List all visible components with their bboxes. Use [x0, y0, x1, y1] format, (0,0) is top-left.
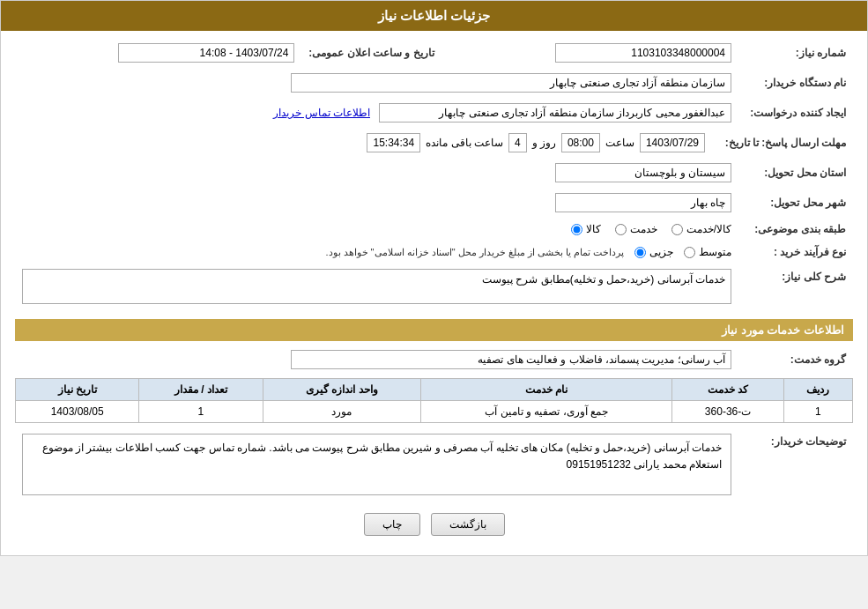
- radio-motavasset-label: متوسط: [699, 246, 731, 258]
- buyer-notes-label: توضیحات خریدار:: [738, 430, 853, 499]
- table-row: 1ت-36-360جمع آوری، تصفیه و تامین آبمورد1…: [16, 401, 853, 423]
- deadline-remaining: 15:34:34: [367, 133, 420, 152]
- page-header: جزئیات اطلاعات نیاز: [1, 1, 867, 31]
- row-province: استان محل تحویل: سیستان و بلوچستان: [15, 160, 853, 186]
- radio-khedmat-label: خدمت: [630, 223, 657, 235]
- main-container: جزئیات اطلاعات نیاز شماره نیاز: 11031033…: [0, 0, 868, 556]
- table-cell: جمع آوری، تصفیه و تامین آب: [421, 401, 672, 423]
- row-description: شرح کلی نیاز:: [15, 265, 853, 310]
- creator-value: عبدالغفور محیی کاربرداز سازمان منطقه آزا…: [379, 103, 731, 123]
- page-title: جزئیات اطلاعات نیاز: [378, 8, 490, 23]
- province-value: سیستان و بلوچستان: [555, 163, 731, 182]
- table-cell: 1403/08/05: [16, 401, 139, 423]
- table-cell: 1: [139, 401, 263, 423]
- table-cell: مورد: [263, 401, 421, 423]
- org-label: نام دستگاه خریدار:: [738, 70, 853, 96]
- col-date: تاریخ نیاز: [16, 379, 139, 401]
- province-label: استان محل تحویل:: [738, 160, 853, 186]
- back-button[interactable]: بازگشت: [431, 513, 505, 536]
- row-need-number: شماره نیاز: 1103103348000004 تاریخ و ساع…: [15, 40, 853, 66]
- col-service-code: کد خدمت: [672, 379, 783, 401]
- print-button[interactable]: چاپ: [364, 513, 420, 536]
- radio-jozii-label: جزیی: [649, 246, 673, 258]
- category-label: طبقه بندی موضوعی:: [738, 219, 853, 239]
- row-service-group: گروه خدمت: آب رسانی؛ مدیریت پسماند، فاضل…: [15, 346, 853, 373]
- radio-jozii[interactable]: جزیی: [634, 246, 673, 258]
- row-deadline: مهلت ارسال پاسخ: تا تاریخ: 1403/07/29 سا…: [15, 130, 853, 156]
- radio-kala-khedmat-label: کالا/خدمت: [686, 223, 731, 235]
- col-unit: واحد اندازه گیری: [263, 379, 421, 401]
- service-group-value: آب رسانی؛ مدیریت پسماند، فاضلاب و فعالیت…: [291, 350, 731, 369]
- service-group-label: گروه خدمت:: [738, 346, 853, 373]
- radio-khedmat[interactable]: خدمت: [615, 223, 657, 235]
- col-row-num: ردیف: [783, 379, 852, 401]
- date-value: 1403/07/24 - 14:08: [118, 43, 294, 63]
- org-value: سازمان منطقه آزاد تجاری صنعتی چابهار: [291, 73, 731, 93]
- description-label: شرح کلی نیاز:: [738, 265, 853, 310]
- radio-kala-khedmat-input[interactable]: [671, 224, 683, 235]
- action-buttons: بازگشت چاپ: [15, 502, 853, 546]
- radio-kala[interactable]: کالا: [571, 223, 601, 235]
- radio-motavasset[interactable]: متوسط: [684, 246, 731, 258]
- table-cell: 1: [783, 401, 852, 423]
- radio-khedmat-input[interactable]: [615, 224, 627, 235]
- row-org: نام دستگاه خریدار: سازمان منطقه آزاد تجا…: [15, 70, 853, 96]
- row-buyer-notes: توضیحات خریدار: خدمات آبرسانی (خرید،حمل …: [15, 430, 853, 499]
- need-number-label: شماره نیاز:: [738, 40, 853, 66]
- city-value: چاه بهار: [555, 193, 731, 212]
- services-table: ردیف کد خدمت نام خدمت واحد اندازه گیری ت…: [15, 378, 853, 423]
- row-creator: ایجاد کننده درخواست: عبدالغفور محیی کارب…: [15, 100, 853, 126]
- row-category: طبقه بندی موضوعی: کالا/خدمت خدمت کالا: [15, 219, 853, 239]
- deadline-remaining-label: ساعت باقی مانده: [426, 137, 503, 149]
- col-service-name: نام خدمت: [421, 379, 672, 401]
- table-cell: ت-36-360: [672, 401, 783, 423]
- deadline-time: 08:00: [561, 133, 600, 152]
- radio-kala-input[interactable]: [571, 224, 582, 235]
- content-area: شماره نیاز: 1103103348000004 تاریخ و ساع…: [1, 31, 867, 555]
- deadline-days: 4: [508, 133, 527, 152]
- process-note: پرداخت تمام یا بخشی از مبلغ خریدار محل "…: [325, 247, 624, 258]
- date-label: تاریخ و ساعت اعلان عمومی:: [301, 40, 451, 66]
- radio-motavasset-input[interactable]: [684, 247, 695, 258]
- contact-link[interactable]: اطلاعات تماس خریدار: [273, 107, 370, 119]
- row-process: نوع فرآیند خرید : متوسط جزیی پرداخت تمام…: [15, 242, 853, 262]
- services-section-title: اطلاعات خدمات مورد نیاز: [15, 319, 853, 341]
- col-quantity: تعداد / مقدار: [139, 379, 263, 401]
- row-city: شهر محل تحویل: چاه بهار: [15, 189, 853, 216]
- radio-kala-label: کالا: [586, 223, 601, 235]
- deadline-time-label: ساعت: [605, 137, 634, 149]
- process-label: نوع فرآیند خرید :: [738, 242, 853, 262]
- radio-kala-khedmat[interactable]: کالا/خدمت: [671, 223, 731, 235]
- buyer-notes-value: خدمات آبرسانی (خرید،حمل و تخلیه) مکان ها…: [22, 434, 731, 495]
- deadline-days-label: روز و: [532, 137, 556, 149]
- deadline-label: مهلت ارسال پاسخ: تا تاریخ:: [712, 130, 853, 156]
- description-textarea[interactable]: [22, 269, 731, 304]
- city-label: شهر محل تحویل:: [738, 189, 853, 216]
- need-number-value: 1103103348000004: [555, 43, 731, 63]
- radio-jozii-input[interactable]: [634, 247, 646, 258]
- deadline-date: 1403/07/29: [640, 133, 705, 152]
- creator-label: ایجاد کننده درخواست:: [738, 100, 853, 126]
